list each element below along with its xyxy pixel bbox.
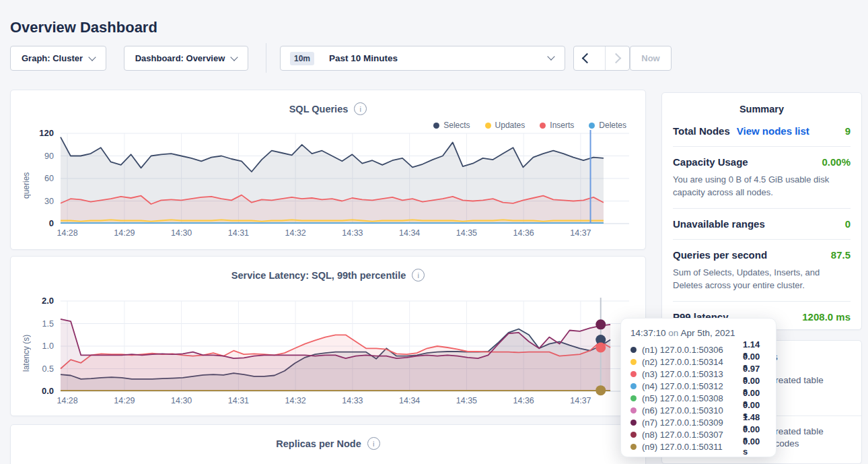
summary-row-queries-per-second: Queries per second 87.5 Sum of Selects, … [673, 239, 851, 301]
chart-hover-tooltip: 14:37:10 on Apr 5th, 2021 (n1) 127.0.0.1… [620, 318, 776, 457]
info-icon[interactable]: i [367, 437, 380, 450]
legend-label: Inserts [550, 121, 574, 130]
svg-text:0.5: 0.5 [42, 364, 54, 374]
replicas-per-node-panel: Replicas per Node i [10, 424, 646, 464]
chevron-down-icon [547, 53, 554, 60]
legend-label: Updates [495, 121, 526, 130]
replicas-per-node-title: Replicas per Node i [11, 437, 645, 450]
dashboard-dropdown-label: Dashboard: Overview [135, 53, 225, 63]
time-step-buttons [573, 46, 630, 71]
node-color-dot-icon [630, 359, 637, 365]
svg-text:14:37: 14:37 [570, 228, 591, 238]
svg-text:90: 90 [44, 152, 54, 161]
summary-row-total-nodes: Total Nodes View nodes list 9 [673, 116, 851, 146]
node-address: (n1) 127.0.0.1:50306 [642, 345, 743, 355]
service-latency-panel: Service Latency: SQL, 99th percentile i … [10, 256, 646, 416]
node-address: (n3) 127.0.0.1:50313 [642, 369, 743, 379]
svg-text:14:33: 14:33 [342, 396, 363, 405]
graph-dropdown-label: Graph: Cluster [22, 53, 83, 63]
node-address: (n9) 127.0.0.1:50311 [642, 442, 743, 452]
summary-label: Queries per second [673, 249, 767, 261]
node-color-dot-icon [630, 347, 637, 353]
legend-item-inserts[interactable]: Inserts [540, 121, 574, 130]
summary-label: Capacity Usage [673, 156, 748, 168]
node-address: (n8) 127.0.0.1:50307 [642, 430, 743, 440]
svg-text:60: 60 [44, 174, 54, 183]
svg-text:1.5: 1.5 [42, 319, 54, 329]
legend-label: Deletes [599, 121, 626, 130]
svg-text:14:30: 14:30 [171, 228, 192, 238]
node-address: (n7) 127.0.0.1:50309 [642, 418, 743, 428]
svg-text:30: 30 [44, 197, 54, 206]
time-range-label: Past 10 Minutes [329, 53, 398, 63]
legend-item-updates[interactable]: Updates [485, 121, 526, 130]
node-address: (n6) 127.0.0.1:50310 [642, 405, 743, 416]
svg-text:14:37: 14:37 [570, 396, 591, 405]
chart-title-text: Service Latency: SQL, 99th percentile [231, 270, 406, 281]
legend-dot-icon [540, 123, 546, 129]
node-color-dot-icon [630, 432, 637, 438]
summary-rows: Total Nodes View nodes list 9 Capacity U… [662, 116, 861, 332]
svg-text:0.0: 0.0 [42, 386, 54, 396]
summary-title: Summary [662, 104, 861, 114]
dashboard-dropdown[interactable]: Dashboard: Overview [124, 46, 248, 71]
legend-label: Selects [443, 121, 470, 130]
summary-value: 0 [845, 218, 851, 230]
info-icon[interactable]: i [354, 102, 367, 115]
summary-label: Total Nodes [673, 125, 730, 137]
svg-text:14:28: 14:28 [57, 396, 77, 405]
node-color-dot-icon [630, 371, 637, 377]
node-color-dot-icon [630, 383, 637, 389]
legend-dot-icon [589, 123, 595, 129]
node-latency-value: 0.00 s [743, 436, 766, 457]
svg-text:14:32: 14:32 [285, 396, 306, 405]
page-title: Overview Dashboard [10, 19, 157, 36]
summary-value: 1208.0 ms [802, 311, 851, 323]
node-color-dot-icon [630, 407, 637, 413]
chart-title-text: Replicas per Node [276, 438, 361, 449]
info-icon[interactable]: i [412, 269, 425, 281]
legend-item-selects[interactable]: Selects [433, 121, 470, 130]
svg-text:14:29: 14:29 [114, 228, 135, 238]
svg-text:14:36: 14:36 [513, 396, 534, 405]
sql-queries-title: SQL Queries i [11, 102, 645, 115]
node-color-dot-icon [630, 420, 637, 426]
node-address: (n2) 127.0.0.1:50314 [642, 357, 743, 367]
node-color-dot-icon [630, 444, 637, 450]
svg-text:14:34: 14:34 [399, 396, 420, 405]
svg-text:14:29: 14:29 [114, 396, 135, 405]
node-address: (n4) 127.0.0.1:50312 [642, 381, 743, 391]
svg-text:1.0: 1.0 [42, 341, 54, 351]
graph-dropdown[interactable]: Graph: Cluster [10, 46, 106, 71]
now-button[interactable]: Now [630, 46, 672, 71]
svg-text:14:35: 14:35 [456, 396, 477, 405]
time-step-forward-button[interactable] [605, 46, 630, 70]
sql-queries-chart[interactable]: 14:2814:2914:3014:3114:3214:3314:3414:35… [17, 129, 640, 251]
tooltip-date: Apr 5th, 2021 [680, 328, 735, 338]
svg-text:120: 120 [39, 129, 54, 138]
chart-legend: SelectsUpdatesInsertsDeletes [433, 121, 626, 130]
time-step-back-button[interactable] [574, 46, 598, 70]
tooltip-rows: (n1) 127.0.0.1:503061.14 s(n2) 127.0.0.1… [630, 343, 766, 453]
summary-value: 9 [845, 125, 851, 137]
summary-description: You are using 0 B of 4.5 GiB usable disk… [673, 173, 851, 199]
controls-divider [266, 43, 266, 73]
summary-label: Unavailable ranges [673, 218, 765, 230]
summary-row-capacity-usage: Capacity Usage 0.00% You are using 0 B o… [673, 146, 851, 208]
tooltip-time: 14:37:10 [630, 328, 666, 338]
chevron-left-icon [582, 53, 593, 64]
chevron-down-icon [231, 53, 238, 61]
service-latency-title: Service Latency: SQL, 99th percentile i [11, 269, 645, 281]
service-latency-chart[interactable]: 14:2814:2914:3014:3114:3214:3314:3414:35… [17, 296, 640, 417]
legend-dot-icon [485, 123, 491, 129]
svg-text:14:31: 14:31 [228, 396, 249, 405]
svg-text:14:36: 14:36 [513, 228, 534, 238]
legend-item-deletes[interactable]: Deletes [589, 121, 626, 130]
chevron-down-icon [88, 53, 96, 61]
svg-text:14:33: 14:33 [342, 228, 363, 238]
view-nodes-list-link[interactable]: View nodes list [737, 125, 809, 137]
svg-text:2.0: 2.0 [42, 296, 54, 306]
svg-text:14:35: 14:35 [456, 228, 477, 238]
summary-value: 87.5 [831, 249, 851, 261]
time-range-dropdown[interactable]: 10m Past 10 Minutes [280, 46, 565, 71]
